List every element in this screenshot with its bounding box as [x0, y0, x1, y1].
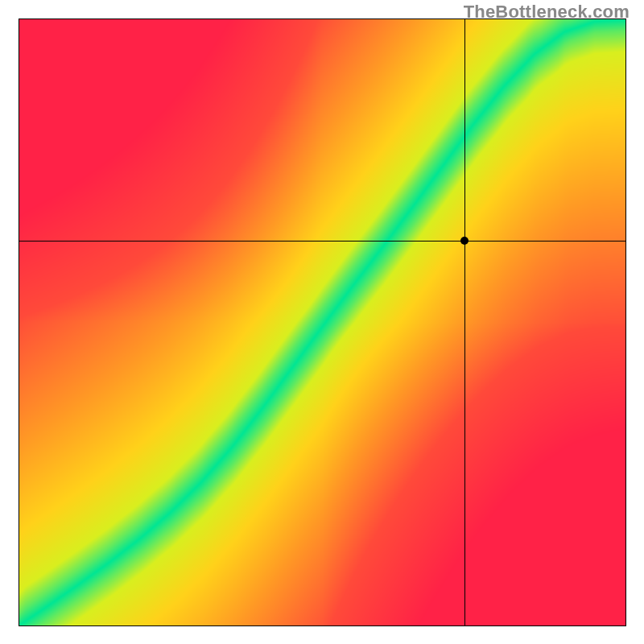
plot-area [19, 19, 626, 626]
chart-stage: TheBottleneck.com [0, 0, 644, 644]
watermark-text: TheBottleneck.com [464, 2, 630, 23]
crosshair-horizontal [19, 241, 625, 242]
marker-dot [460, 237, 469, 245]
crosshair-vertical [464, 19, 465, 625]
heatmap-canvas [19, 19, 625, 625]
